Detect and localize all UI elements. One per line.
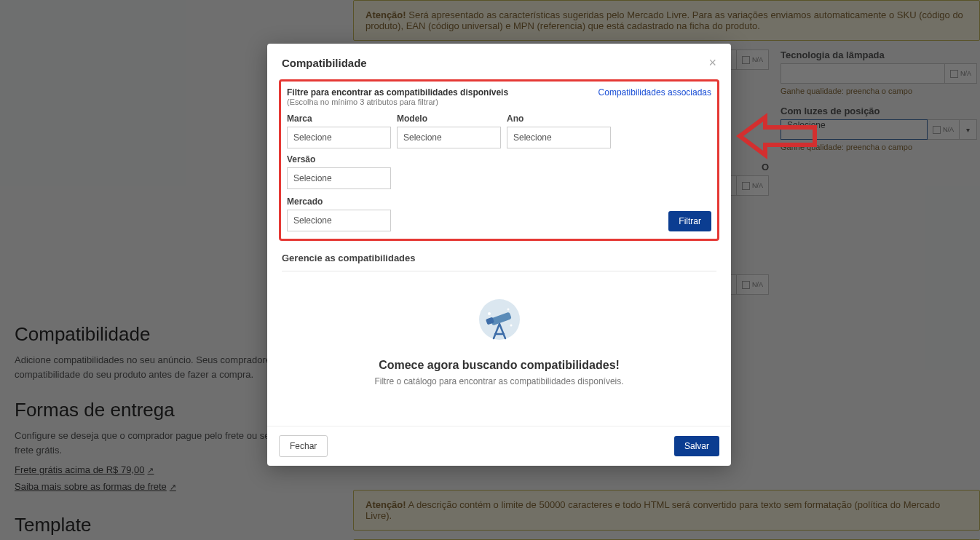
close-button[interactable]: Fechar — [279, 435, 328, 457]
telescope-icon — [473, 296, 526, 349]
annotation-arrow-icon — [736, 111, 820, 161]
empty-text: Filtre o catálogo para encontrar as comp… — [279, 376, 719, 386]
versao-label: Versão — [287, 154, 391, 164]
marca-select[interactable] — [287, 127, 391, 148]
marca-label: Marca — [287, 114, 391, 124]
empty-heading: Comece agora buscando compatibilidades! — [279, 359, 719, 372]
filter-button[interactable]: Filtrar — [668, 211, 711, 231]
mercado-label: Mercado — [287, 196, 391, 207]
filter-title: Filtre para encontrar as compatibilidade… — [287, 87, 508, 98]
svg-point-2 — [507, 309, 509, 311]
filter-subtitle: (Escolha no mínimo 3 atributos para filt… — [287, 98, 508, 106]
divider — [282, 271, 716, 271]
modelo-label: Modelo — [397, 114, 501, 124]
associated-link[interactable]: Compatibilidades associadas — [598, 87, 711, 98]
mercado-select[interactable] — [287, 210, 391, 231]
svg-point-3 — [510, 325, 512, 327]
compatibilidade-modal: Compatibilidade × Filtre para encontrar … — [267, 44, 731, 466]
modelo-select[interactable] — [397, 127, 501, 148]
ano-label: Ano — [507, 114, 611, 124]
versao-select[interactable] — [287, 167, 391, 189]
svg-point-1 — [488, 312, 491, 315]
modal-title: Compatibilidade — [282, 57, 367, 69]
filter-section: Filtre para encontrar as compatibilidade… — [279, 79, 719, 241]
empty-state: Comece agora buscando compatibilidades! … — [279, 286, 719, 416]
ano-select[interactable] — [507, 127, 611, 148]
save-button[interactable]: Salvar — [674, 436, 719, 456]
close-icon[interactable]: × — [708, 55, 716, 71]
manage-heading: Gerencie as compatibilidades — [279, 248, 719, 271]
